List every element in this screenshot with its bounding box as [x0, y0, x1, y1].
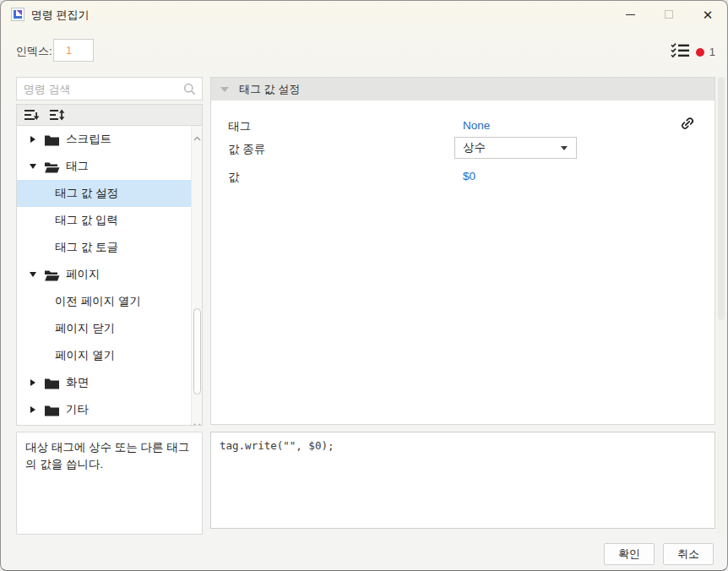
tree-item-label: 태그 값 설정	[55, 186, 118, 201]
property-label: 값	[228, 170, 240, 185]
tree-item-label: 페이지 열기	[55, 348, 115, 363]
tree-folder-screen[interactable]: 화면	[17, 369, 193, 396]
tree-toolbar	[16, 104, 203, 126]
minimize-icon	[626, 14, 635, 15]
chevron-right-icon[interactable]	[30, 406, 35, 413]
property-row-value-type: 값 종류 상수	[211, 137, 714, 160]
tree-item-open-page[interactable]: 페이지 열기	[17, 342, 193, 369]
window-title: 명령 편집기	[31, 8, 90, 23]
dropdown-selected-value: 상수	[463, 140, 561, 155]
tree-item-input-tag-value[interactable]: 태그 값 입력	[17, 207, 193, 234]
tree-scroll-thumb[interactable]	[193, 308, 201, 394]
tag-value-link[interactable]: None	[463, 119, 490, 132]
tree-item-label: 화면	[66, 375, 89, 390]
property-row-value: 값 $0	[211, 165, 714, 188]
app-logo-icon	[11, 8, 24, 21]
scroll-down-icon[interactable]	[193, 416, 201, 421]
collapse-section-icon[interactable]	[220, 87, 229, 92]
tree-scrollbar[interactable]	[191, 126, 202, 425]
chevron-right-icon[interactable]	[30, 136, 35, 143]
property-label: 태그	[228, 119, 251, 134]
title-bar[interactable]: 명령 편집기 ✕	[1, 1, 727, 28]
folder-closed-icon	[44, 133, 60, 146]
chain-link-icon[interactable]	[679, 115, 696, 132]
property-row-tag: 태그 None	[211, 114, 714, 138]
folder-closed-icon	[44, 404, 60, 416]
command-editor-dialog: 명령 편집기 ✕ 인덱스: 1	[0, 0, 728, 571]
chevron-down-icon[interactable]	[30, 272, 36, 277]
value-link[interactable]: $0	[463, 170, 475, 182]
tree-item-toggle-tag-value[interactable]: 태그 값 토글	[17, 234, 193, 261]
tree-item-label: 페이지 닫기	[55, 321, 115, 336]
tree-item-label: 태그 값 입력	[55, 213, 118, 228]
tree-item-open-previous-page[interactable]: 이전 페이지 열기	[17, 288, 193, 315]
error-dot-icon	[696, 48, 704, 57]
command-description: 대상 태그에 상수 또는 다른 태그의 값을 씁니다.	[16, 432, 203, 535]
tree-item-set-tag-value[interactable]: 태그 값 설정	[17, 180, 193, 207]
close-button[interactable]: ✕	[688, 1, 727, 28]
tree-item-label: 스크립트	[66, 132, 111, 147]
maximize-icon	[665, 10, 673, 19]
scroll-up-icon[interactable]	[193, 129, 201, 134]
collapse-all-button[interactable]	[22, 106, 41, 123]
tree-item-label: 이전 페이지 열기	[55, 294, 141, 309]
command-search-input[interactable]	[17, 78, 202, 100]
chevron-right-icon[interactable]	[30, 379, 35, 386]
tree-item-label: 태그	[66, 159, 89, 174]
ok-button[interactable]: 확인	[604, 543, 655, 565]
code-preview[interactable]: tag.write("", $0);	[210, 432, 715, 529]
tree-folder-script[interactable]: 스크립트	[17, 126, 193, 153]
command-tree: 스크립트 태그 태그 값 설정 태그 값 입력 태그 값 토글 페이지 이전 페…	[16, 125, 203, 426]
tree-folder-etc[interactable]: 기타	[17, 396, 193, 423]
tree-item-label: 페이지	[66, 267, 101, 282]
properties-header[interactable]: 태그 값 설정	[211, 78, 714, 101]
validation-status[interactable]: 1	[670, 42, 715, 62]
validation-list-icon	[670, 42, 691, 62]
dropdown-arrow-icon	[561, 146, 568, 150]
cancel-button[interactable]: 취소	[663, 543, 714, 565]
maximize-button[interactable]	[649, 1, 688, 28]
folder-open-icon	[44, 160, 60, 173]
tree-item-label: 태그 값 토글	[55, 240, 118, 255]
search-icon	[182, 82, 197, 100]
value-type-dropdown[interactable]: 상수	[454, 137, 577, 159]
tree-item-label: 기타	[66, 402, 89, 417]
close-icon: ✕	[703, 8, 714, 21]
properties-title: 태그 값 설정	[239, 82, 300, 97]
expand-all-button[interactable]	[47, 106, 66, 123]
property-label: 값 종류	[228, 142, 265, 157]
folder-closed-icon	[44, 377, 60, 389]
index-input[interactable]	[53, 39, 94, 62]
properties-scroll-thumb[interactable]	[718, 77, 725, 320]
tree-folder-tag[interactable]: 태그	[17, 153, 193, 180]
properties-panel: 태그 값 설정 태그 None 값 종류 상수 값 $0	[210, 77, 715, 425]
command-search	[16, 77, 203, 101]
error-count: 1	[709, 46, 715, 58]
tree-item-close-page[interactable]: 페이지 닫기	[17, 315, 193, 342]
minimize-button[interactable]	[611, 1, 649, 28]
chevron-down-icon[interactable]	[30, 164, 36, 169]
index-label: 인덱스:	[16, 44, 52, 59]
folder-open-icon	[44, 269, 60, 281]
properties-scrollbar[interactable]	[717, 77, 725, 535]
tree-folder-page[interactable]: 페이지	[17, 261, 193, 288]
